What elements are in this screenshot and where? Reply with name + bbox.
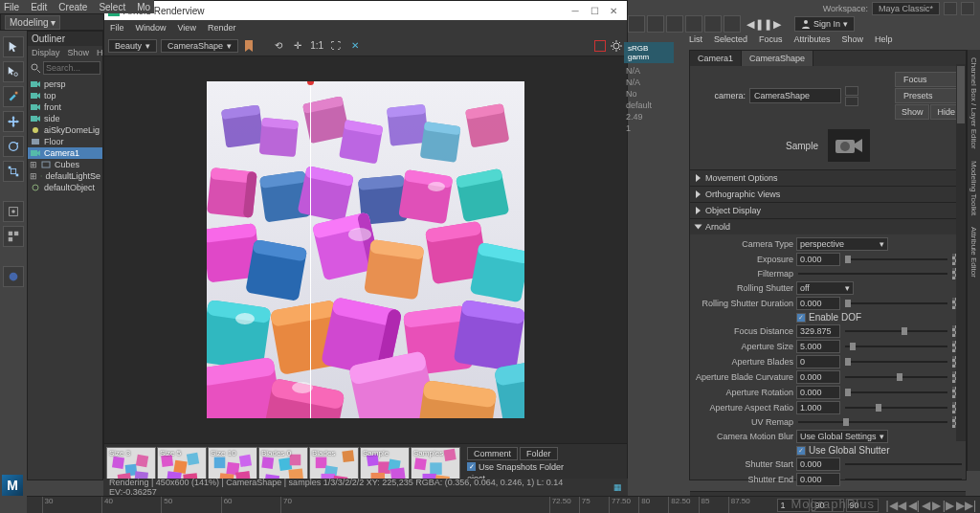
ffwd-icon[interactable]: ▶▶| (956, 499, 976, 512)
aspect-ratio-input[interactable]: 1.000 (796, 401, 840, 414)
play-fwd-icon[interactable]: ▶ (932, 499, 941, 512)
move-tool-icon[interactable] (3, 111, 24, 132)
focus-distance-input[interactable]: 329.875 (796, 324, 840, 338)
shelf-button[interactable] (647, 15, 664, 33)
minimize-button[interactable]: ─ (566, 2, 585, 19)
snap-tool-icon[interactable] (3, 201, 24, 222)
motion-blur-dropdown[interactable]: Use Global Settings▾ (796, 430, 888, 443)
show-button[interactable]: Show (895, 104, 930, 120)
rv-menu-view[interactable]: View (178, 23, 196, 33)
io-in-icon[interactable] (845, 97, 858, 106)
section-arnold[interactable]: Arnold (690, 218, 966, 234)
workspace-layout-button[interactable] (944, 2, 957, 15)
menu-select[interactable]: Select (99, 2, 125, 12)
attr-menu-list[interactable]: List (689, 34, 702, 44)
render-canvas[interactable] (104, 56, 627, 443)
rolling-shutter-dropdown[interactable]: off▾ (796, 281, 854, 295)
rewind-icon[interactable]: |◀◀ (886, 499, 906, 512)
grid-options-icon[interactable] (3, 226, 24, 247)
aperture-blades-input[interactable]: 0 (796, 355, 840, 368)
attr-menu-show[interactable]: Show (842, 34, 864, 44)
vtab-channelbox[interactable]: Channel Box / Layer Editor (969, 54, 978, 153)
aperture-rotation-slider[interactable] (845, 389, 947, 396)
blade-curvature-input[interactable]: 0.000 (796, 370, 840, 384)
vtab-attribute[interactable]: Attribute Editor (969, 223, 978, 281)
shutter-end-slider[interactable] (845, 476, 962, 483)
section-display[interactable]: Object Display (690, 202, 966, 218)
snapshot-tab-folder[interactable]: Folder (520, 447, 558, 460)
use-snapshots-checkbox[interactable]: ✓Use Snapshots Folder (467, 462, 570, 472)
outliner-item[interactable]: front (28, 101, 102, 113)
global-shutter-checkbox[interactable]: ✓ (796, 446, 806, 456)
filtermap-slot[interactable] (798, 270, 947, 278)
outliner-item[interactable]: ⊞defaultLightSe (28, 170, 102, 182)
shelf-button[interactable] (724, 15, 741, 33)
maximize-button[interactable]: ☐ (585, 2, 604, 19)
lasso-tool-icon[interactable] (3, 61, 24, 82)
rolling-dur-slider[interactable] (845, 300, 947, 307)
compare-divider[interactable] (310, 81, 311, 418)
shelf-button[interactable] (704, 15, 722, 33)
rv-menu-file[interactable]: File (110, 23, 124, 33)
aperture-size-input[interactable]: 5.000 (796, 340, 840, 353)
shelf-button[interactable] (628, 15, 645, 33)
menu-more[interactable]: Mo (137, 2, 150, 12)
rolling-dur-input[interactable]: 0.000 (796, 297, 840, 310)
stop-render-icon[interactable] (594, 40, 606, 52)
close-button[interactable]: ✕ (604, 2, 623, 19)
menu-edit[interactable]: Edit (31, 2, 47, 12)
snapshot-tab-comment[interactable]: Comment (467, 447, 518, 460)
aov-dropdown[interactable]: Beauty ▾ (108, 39, 157, 53)
mode-dropdown[interactable]: Modeling ▾ (5, 15, 60, 30)
shutter-end-input[interactable]: 0.000 (796, 473, 840, 486)
shutter-start-input[interactable]: 0.000 (796, 457, 840, 471)
attr-menu-attributes[interactable]: Attributes (794, 34, 831, 44)
status-icon[interactable]: ▦ (613, 482, 622, 492)
menu-file[interactable]: File (4, 2, 19, 12)
outliner-item-selected[interactable]: Camera1 (28, 147, 102, 159)
outliner-item[interactable]: defaultObject (28, 182, 102, 193)
camera-name-input[interactable] (749, 88, 841, 103)
play-forward-icon[interactable]: ▶ (773, 18, 781, 31)
focus-button[interactable]: Focus (895, 72, 962, 87)
workspace-dropdown[interactable]: Maya Classic* (872, 2, 940, 15)
timeline[interactable]: 30 40 50 60 70 72.50 75 77.50 80 82.50 8… (27, 496, 980, 513)
scale-tool-icon[interactable] (3, 161, 24, 182)
settings-icon[interactable] (610, 39, 623, 53)
attr-menu-focus[interactable]: Focus (759, 34, 783, 44)
step-fwd-icon[interactable]: |▶ (943, 499, 954, 512)
crosshair-icon[interactable]: ✛ (290, 38, 305, 54)
aperture-rotation-input[interactable]: 0.000 (796, 386, 840, 399)
camera-dropdown[interactable]: CameraShape ▾ (161, 39, 238, 53)
shutter-start-slider[interactable] (845, 460, 962, 468)
save-icon[interactable] (242, 39, 256, 53)
outliner-item[interactable]: ⊞Cubes (28, 159, 102, 170)
paint-tool-icon[interactable] (3, 86, 24, 107)
colorspace-badge[interactable]: sRGB gamm (624, 42, 674, 63)
enable-dof-checkbox[interactable]: ✓ (796, 313, 806, 323)
menu-create[interactable]: Create (58, 2, 87, 12)
outliner-item[interactable]: persp (28, 78, 102, 90)
step-back-icon[interactable]: ◀| (908, 499, 920, 512)
outliner-search-input[interactable] (43, 61, 100, 75)
attr-menu-help[interactable]: Help (875, 34, 893, 44)
vtab-modeling[interactable]: Modeling Toolkit (969, 157, 978, 219)
signin-button[interactable]: Sign In ▾ (794, 16, 855, 32)
outliner-menu-show[interactable]: Show (68, 48, 90, 57)
rv-menu-window[interactable]: Window (136, 23, 167, 33)
refresh-icon[interactable]: ⟲ (271, 38, 286, 54)
focus-distance-slider[interactable] (845, 327, 947, 335)
outliner-item[interactable]: aiSkyDomeLig (28, 124, 102, 136)
aperture-size-slider[interactable] (845, 343, 947, 350)
select-tool-icon[interactable] (3, 36, 24, 57)
presets-button[interactable]: Presets (895, 88, 962, 103)
attr-scrollbar[interactable] (956, 64, 966, 441)
exposure-slider[interactable] (845, 256, 947, 263)
rotate-tool-icon[interactable] (3, 136, 24, 157)
outliner-menu-display[interactable]: Display (32, 48, 60, 57)
aperture-blades-slider[interactable] (845, 358, 947, 366)
outliner-item[interactable]: side (28, 113, 102, 124)
exposure-input[interactable]: 0.000 (796, 253, 840, 266)
rv-menu-render[interactable]: Render (208, 23, 236, 33)
uv-remap-slot[interactable] (798, 418, 947, 426)
